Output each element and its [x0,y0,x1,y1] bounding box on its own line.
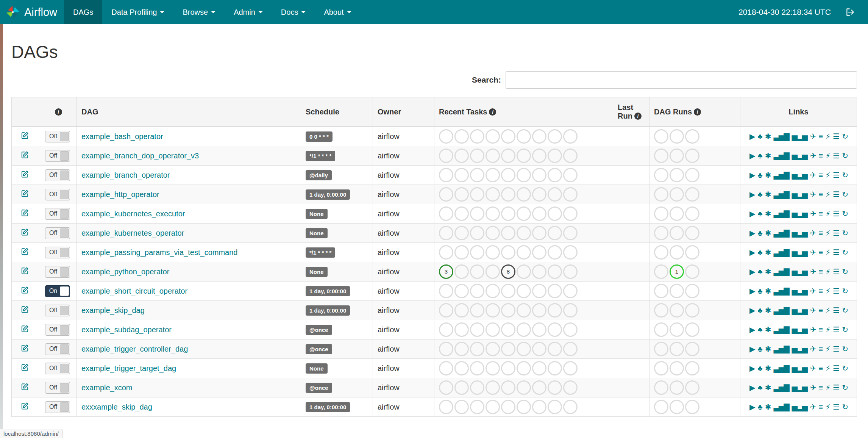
task-state-circle[interactable] [454,322,469,337]
tree-view-icon[interactable]: ♣ [758,345,762,354]
task-state-circle[interactable] [486,226,500,240]
dag-link[interactable]: example_bash_operator [81,132,163,141]
trigger-dag-icon[interactable]: ▶ [749,325,754,334]
task-state-circle[interactable] [486,303,500,318]
task-state-circle[interactable] [439,187,453,202]
edit-dag-icon[interactable] [20,305,29,314]
refresh-icon[interactable]: ↻ [842,364,848,373]
task-state-circle[interactable] [454,149,469,163]
code-view-icon[interactable]: ⚡ [825,325,830,334]
landing-times-icon[interactable]: ✈ [810,171,816,180]
task-state-circle[interactable] [517,303,531,318]
task-state-circle[interactable] [685,226,699,240]
task-state-circle[interactable] [486,149,500,163]
task-state-circle[interactable] [563,400,578,414]
task-state-circle[interactable] [563,245,578,260]
trigger-dag-icon[interactable]: ▶ [749,286,754,296]
tree-view-icon[interactable]: ♣ [758,306,762,315]
tree-view-icon[interactable]: ♣ [758,229,762,238]
dag-details-icon[interactable]: ☰ [833,364,839,373]
task-state-circle[interactable] [685,168,699,182]
task-state-circle[interactable] [563,187,578,202]
task-state-circle[interactable] [501,380,515,395]
task-state-circle[interactable] [501,226,515,240]
dag-link[interactable]: example_kubernetes_executor [81,210,185,218]
task-state-circle[interactable] [670,129,684,144]
brand[interactable]: Airflow [0,0,64,24]
task-state-circle[interactable] [670,168,684,182]
task-duration-icon[interactable]: ▃▅▇ [773,286,788,296]
task-state-circle[interactable] [454,400,469,414]
code-view-icon[interactable]: ⚡ [825,248,830,257]
task-state-circle[interactable] [501,187,515,202]
task-state-circle[interactable] [548,129,562,144]
task-state-circle[interactable] [501,284,515,298]
trigger-dag-icon[interactable]: ▶ [749,344,754,354]
edit-dag-icon[interactable] [20,382,29,391]
dag-pause-toggle[interactable]: Off [45,363,70,374]
dag-link[interactable]: example_trigger_controller_dag [81,345,188,353]
task-state-circle[interactable] [486,400,500,414]
task-state-circle[interactable] [470,149,484,163]
task-duration-icon[interactable]: ▃▅▇ [773,248,788,257]
refresh-icon[interactable]: ↻ [842,402,848,411]
dag-link[interactable]: example_branch_dop_operator_v3 [81,152,199,160]
task-state-circle[interactable] [470,264,484,279]
task-state-circle[interactable] [517,206,531,221]
task-state-circle[interactable] [501,149,515,163]
refresh-icon[interactable]: ↻ [842,171,848,180]
landing-times-icon[interactable]: ✈ [810,306,816,315]
task-state-circle[interactable] [654,245,668,260]
task-state-circle[interactable] [654,342,668,356]
task-state-circle[interactable] [548,168,562,182]
edit-dag-icon[interactable] [20,189,29,198]
task-state-circle[interactable] [685,245,699,260]
refresh-icon[interactable]: ↻ [842,286,848,296]
task-state-circle[interactable] [470,342,484,356]
task-state-circle[interactable] [563,284,578,298]
task-state-circle[interactable] [532,361,546,375]
refresh-icon[interactable]: ↻ [842,248,848,257]
nav-docs[interactable]: Docs [272,0,315,24]
task-state-circle[interactable] [685,206,699,221]
task-state-circle[interactable] [563,380,578,395]
task-state-circle[interactable] [654,361,668,375]
tree-view-icon[interactable]: ♣ [758,325,762,334]
tree-view-icon[interactable]: ♣ [758,248,762,257]
graph-view-icon[interactable]: ✱ [765,402,771,411]
task-state-circle[interactable] [670,400,684,414]
gantt-icon[interactable]: ≡ [818,132,822,141]
task-state-circle[interactable] [563,361,578,375]
dag-details-icon[interactable]: ☰ [833,383,839,392]
task-state-circle[interactable] [548,380,562,395]
task-tries-icon[interactable]: ▅▂▅ [792,248,807,257]
task-state-circle[interactable] [454,129,469,144]
task-duration-icon[interactable]: ▃▅▇ [773,364,788,373]
task-tries-icon[interactable]: ▅▂▅ [792,344,807,354]
gantt-icon[interactable]: ≡ [818,325,822,334]
dag-details-icon[interactable]: ☰ [833,402,839,411]
gantt-icon[interactable]: ≡ [818,152,822,160]
task-state-circle[interactable] [685,187,699,202]
landing-times-icon[interactable]: ✈ [810,151,816,160]
task-state-circle[interactable] [501,206,515,221]
tree-view-icon[interactable]: ♣ [758,364,762,373]
refresh-icon[interactable]: ↻ [842,190,848,199]
task-duration-icon[interactable]: ▃▅▇ [773,267,788,276]
landing-times-icon[interactable]: ✈ [810,402,816,411]
landing-times-icon[interactable]: ✈ [810,286,816,296]
landing-times-icon[interactable]: ✈ [810,190,816,199]
tree-view-icon[interactable]: ♣ [758,383,762,392]
task-duration-icon[interactable]: ▃▅▇ [773,171,788,180]
task-state-circle[interactable] [670,149,684,163]
task-tries-icon[interactable]: ▅▂▅ [792,325,807,334]
dag-details-icon[interactable]: ☰ [833,286,839,296]
graph-view-icon[interactable]: ✱ [765,286,771,296]
task-state-circle[interactable] [654,149,668,163]
task-state-circle[interactable] [532,400,546,414]
task-duration-icon[interactable]: ▃▅▇ [773,209,788,218]
task-state-circle[interactable] [654,380,668,395]
dag-link[interactable]: example_subdag_operator [81,325,172,334]
refresh-icon[interactable]: ↻ [842,325,848,334]
task-state-circle[interactable] [670,322,684,337]
